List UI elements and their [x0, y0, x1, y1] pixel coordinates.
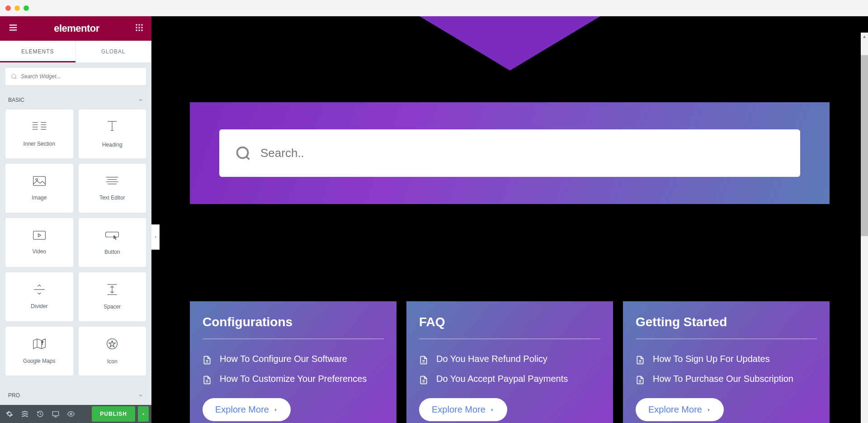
svg-point-12 — [12, 74, 16, 78]
widget-text-editor[interactable]: Text Editor — [79, 164, 146, 213]
widget-button[interactable]: Button — [79, 218, 146, 267]
hero-search-input[interactable] — [260, 146, 784, 160]
card-item-text: How To Sign Up For Updates — [653, 354, 770, 364]
widget-heading[interactable]: Heading — [79, 109, 146, 158]
widget-inner-section[interactable]: Inner Section — [5, 109, 73, 158]
card-title: Getting Started — [636, 315, 817, 339]
preview-icon[interactable] — [64, 407, 78, 421]
responsive-icon[interactable] — [49, 407, 62, 421]
widget-label: Inner Section — [23, 141, 55, 147]
chevron-down-icon — [138, 393, 143, 398]
sidebar-tabs: ELEMENTS GLOBAL — [0, 41, 151, 62]
card-item[interactable]: How To Sign Up For Updates — [636, 354, 817, 365]
svg-point-49 — [237, 147, 248, 158]
sidebar-header: elementor — [0, 16, 151, 41]
card-getting-started: Getting Started How To Sign Up For Updat… — [623, 301, 830, 423]
card-faq: FAQ Do You Have Refund Policy Do You Acc… — [406, 301, 613, 423]
collapse-sidebar-handle[interactable] — [151, 224, 160, 250]
card-item[interactable]: How To Purchase Our Subscription — [636, 374, 817, 385]
card-item[interactable]: How To Customize Your Preferences — [203, 374, 384, 385]
card-item[interactable]: How To Configure Our Software — [203, 354, 384, 365]
search-hero-banner — [190, 102, 830, 204]
widget-label: Icon — [107, 358, 118, 365]
minimize-window-button[interactable] — [14, 5, 20, 11]
apps-grid-icon[interactable] — [135, 24, 143, 33]
widget-label: Heading — [102, 142, 123, 148]
hero-search-box[interactable] — [219, 129, 800, 177]
card-configurations: Configurations How To Configure Our Soft… — [190, 301, 396, 423]
close-window-button[interactable] — [5, 5, 11, 11]
hamburger-menu-icon[interactable] — [8, 23, 18, 34]
decorative-triangle — [420, 16, 600, 71]
explore-more-button[interactable]: Explore More — [203, 398, 291, 421]
widget-search[interactable] — [5, 68, 146, 85]
widget-image[interactable]: Image — [5, 164, 73, 213]
card-title: FAQ — [419, 315, 600, 339]
navigator-icon[interactable] — [18, 407, 32, 421]
explore-more-button[interactable]: Explore More — [636, 398, 724, 421]
scroll-thumb[interactable] — [861, 55, 868, 236]
widget-label: Google Maps — [23, 358, 55, 364]
widget-icon[interactable]: Icon — [79, 327, 146, 375]
svg-marker-32 — [38, 234, 41, 237]
cta-label: Explore More — [648, 404, 702, 415]
search-icon — [11, 73, 17, 80]
publish-button[interactable]: PUBLISH — [92, 406, 135, 422]
widget-search-input[interactable] — [21, 73, 141, 80]
svg-line-13 — [15, 78, 17, 79]
publish-options-caret[interactable] — [138, 406, 149, 422]
widget-label: Video — [33, 248, 46, 255]
history-icon[interactable] — [33, 407, 47, 421]
bottom-toolbar: PUBLISH — [0, 405, 151, 423]
svg-rect-10 — [139, 30, 140, 31]
window-titlebar — [0, 0, 868, 16]
chevron-right-icon — [490, 407, 495, 413]
svg-marker-42 — [109, 341, 115, 347]
document-icon — [636, 375, 645, 385]
svg-point-40 — [41, 341, 43, 343]
widget-label: Spacer — [104, 304, 121, 310]
widget-spacer[interactable]: Spacer — [79, 272, 146, 321]
widget-video[interactable]: Video — [5, 218, 73, 267]
editor-sidebar: elementor ELEMENTS GLOBAL BASIC Inner Se… — [0, 16, 151, 423]
svg-rect-9 — [136, 30, 137, 31]
settings-icon[interactable] — [3, 407, 16, 421]
card-item-text: How To Configure Our Software — [220, 354, 347, 364]
tab-global[interactable]: GLOBAL — [76, 41, 152, 62]
editor-canvas: Configurations How To Configure Our Soft… — [151, 16, 868, 423]
category-pro[interactable]: PRO — [0, 386, 151, 405]
svg-marker-55 — [275, 408, 276, 411]
svg-rect-7 — [139, 27, 140, 29]
cta-label: Explore More — [215, 404, 269, 415]
svg-rect-43 — [52, 412, 58, 416]
tab-elements[interactable]: ELEMENTS — [0, 41, 76, 62]
card-item[interactable]: Do You Accept Paypal Payments — [419, 374, 600, 385]
svg-rect-5 — [142, 24, 143, 26]
svg-rect-25 — [33, 176, 45, 185]
widget-divider[interactable]: Divider — [5, 272, 73, 321]
category-label: BASIC — [8, 97, 24, 103]
category-basic[interactable]: BASIC — [0, 90, 151, 109]
maximize-window-button[interactable] — [24, 5, 29, 11]
card-item[interactable]: Do You Have Refund Policy — [419, 354, 600, 365]
canvas-scrollbar[interactable]: ▲ ▼ — [861, 33, 868, 423]
svg-rect-33 — [106, 232, 119, 237]
svg-point-26 — [36, 179, 38, 181]
svg-marker-47 — [142, 413, 145, 415]
svg-marker-48 — [155, 236, 156, 238]
chevron-down-icon — [138, 97, 143, 103]
card-item-text: How To Purchase Our Subscription — [653, 374, 793, 384]
svg-marker-60 — [491, 408, 493, 411]
knowledge-cards-row: Configurations How To Configure Our Soft… — [190, 301, 830, 423]
widget-label: Button — [104, 249, 120, 255]
search-icon — [235, 145, 251, 162]
svg-rect-31 — [33, 231, 45, 239]
svg-line-50 — [246, 156, 250, 159]
svg-rect-11 — [142, 30, 143, 31]
scroll-up-arrow[interactable]: ▲ — [861, 33, 868, 40]
document-icon — [419, 356, 428, 365]
widget-label: Text Editor — [99, 195, 125, 201]
explore-more-button[interactable]: Explore More — [419, 398, 507, 421]
document-icon — [419, 375, 428, 385]
widget-google-maps[interactable]: Google Maps — [5, 327, 73, 375]
